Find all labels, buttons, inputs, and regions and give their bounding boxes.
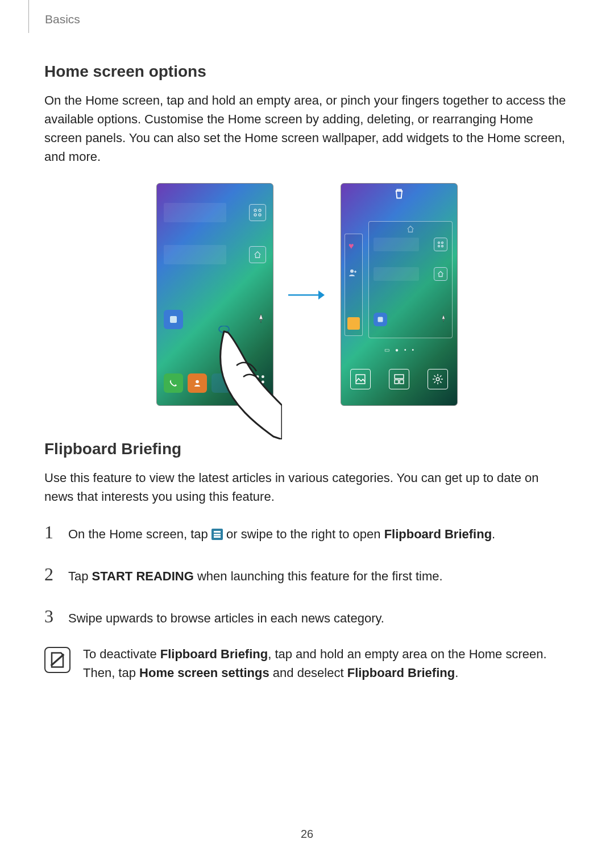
text: . (492, 527, 495, 541)
widget-placeholder (164, 203, 226, 222)
step-number: 2 (44, 560, 58, 588)
contacts-app-icon (188, 373, 207, 393)
widget-placeholder (374, 238, 419, 251)
svg-point-5 (196, 380, 199, 384)
note-icon (44, 647, 70, 673)
svg-point-0 (254, 209, 256, 211)
app-icon (164, 310, 183, 329)
side-panel-preview: ♥ (345, 234, 363, 336)
page-indicator: ▭●•• (341, 347, 457, 353)
paragraph: On the Home screen, tap and hold an empt… (44, 91, 570, 166)
svg-point-11 (262, 381, 264, 384)
breadcrumb: Basics (28, 0, 80, 33)
svg-point-9 (251, 381, 254, 384)
svg-rect-25 (395, 380, 399, 384)
svg-point-7 (256, 375, 259, 378)
apps-icon (434, 238, 447, 251)
heart-icon: ♥ (349, 241, 354, 251)
note-text: To deactivate Flipboard Briefing, tap an… (83, 645, 570, 682)
home-widget-icon (249, 246, 266, 263)
svg-point-10 (256, 381, 259, 384)
svg-rect-23 (356, 375, 365, 384)
apps-drawer-icon (249, 373, 266, 393)
svg-rect-26 (400, 380, 404, 384)
widget-placeholder (374, 267, 419, 281)
page-number: 26 (0, 828, 614, 841)
breadcrumb-text: Basics (45, 13, 80, 26)
step-3: 3 Swipe upwards to browse articles in ea… (44, 603, 570, 630)
widgets-action-icon (389, 369, 409, 389)
wallpaper-action-icon (350, 369, 371, 389)
svg-point-19 (442, 242, 443, 244)
step-1: 1 On the Home screen, tap or swipe to th… (44, 518, 570, 546)
svg-line-32 (434, 376, 435, 377)
svg-point-17 (350, 269, 354, 273)
svg-point-8 (262, 375, 264, 378)
svg-line-34 (434, 381, 435, 383)
svg-rect-4 (170, 316, 177, 323)
paragraph: Use this feature to view the latest arti… (44, 468, 570, 506)
cursor-icon (439, 314, 447, 325)
step-text: Swipe upwards to browse articles in each… (68, 609, 384, 628)
svg-point-6 (251, 375, 254, 378)
briefing-inline-icon (211, 529, 223, 540)
apps-icon (249, 204, 266, 221)
home-panel-preview (368, 221, 453, 338)
svg-point-13 (256, 386, 259, 389)
text-bold: Home screen settings (139, 666, 269, 680)
cursor-icon (256, 313, 266, 326)
heading-home-screen-options: Home screen options (44, 63, 570, 81)
note: To deactivate Flipboard Briefing, tap an… (44, 645, 570, 682)
svg-rect-22 (378, 317, 383, 322)
svg-point-2 (254, 214, 256, 216)
home-indicator-icon (369, 225, 452, 233)
svg-point-18 (438, 242, 440, 244)
svg-point-27 (436, 377, 439, 381)
step-text: Tap START READING when launching this fe… (68, 567, 443, 585)
text-bold: Flipboard Briefing (160, 647, 268, 661)
app-icon (347, 317, 360, 330)
text: To deactivate (83, 647, 160, 661)
svg-point-14 (262, 386, 264, 389)
step-number: 3 (44, 603, 58, 630)
text: or swipe to the right to open (223, 527, 384, 541)
phone-after: ♥ (341, 183, 458, 406)
step-text: On the Home screen, tap or swipe to the … (68, 525, 495, 543)
app-icon (374, 313, 387, 326)
svg-line-33 (440, 381, 441, 383)
text: when launching this feature for the firs… (194, 569, 443, 583)
step-2: 2 Tap START READING when launching this … (44, 560, 570, 588)
arrow-right-icon (287, 288, 327, 302)
svg-line-35 (440, 376, 441, 377)
figure: ♥ (44, 183, 570, 406)
text: Tap (68, 569, 92, 583)
app-icon (211, 373, 231, 393)
heading-flipboard-briefing: Flipboard Briefing (44, 440, 570, 458)
text: and deselect (269, 666, 347, 680)
person-add-icon (349, 268, 358, 280)
svg-point-1 (259, 209, 261, 211)
settings-action-icon (428, 369, 448, 389)
widget-placeholder (164, 245, 226, 264)
text-bold: Flipboard Briefing (347, 666, 455, 680)
svg-point-12 (251, 386, 254, 389)
text-bold: START READING (92, 569, 194, 583)
home-widget-icon (434, 267, 447, 281)
trash-icon (341, 188, 457, 200)
step-number: 1 (44, 518, 58, 546)
svg-point-21 (442, 246, 443, 247)
svg-rect-24 (395, 375, 404, 379)
svg-point-20 (438, 246, 440, 247)
text: . (455, 666, 458, 680)
phone-before (156, 183, 273, 406)
phone-app-icon (164, 373, 183, 393)
svg-point-3 (259, 214, 261, 216)
text: On the Home screen, tap (68, 527, 211, 541)
text-bold: Flipboard Briefing (384, 527, 492, 541)
